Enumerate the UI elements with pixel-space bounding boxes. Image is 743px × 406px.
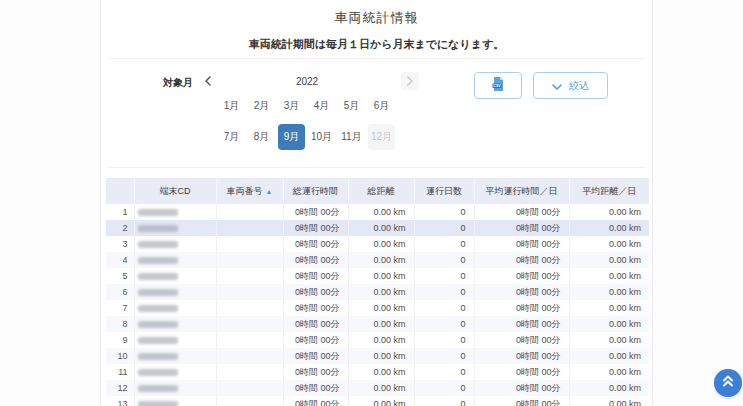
table-row[interactable]: 130時間 00分0.00 km00時間 00分0.00 km (106, 396, 649, 406)
month-button-3月[interactable]: 3月 (278, 93, 305, 119)
page-title: 車両統計情報 (101, 9, 652, 27)
table-cell: 0.00 km (348, 252, 414, 268)
redacted-terminal-cd (138, 289, 178, 296)
table-cell (134, 204, 216, 220)
month-button-6月[interactable]: 6月 (368, 93, 395, 119)
table-cell: 0.00 km (348, 268, 414, 284)
scroll-to-top-button[interactable] (714, 369, 742, 397)
month-button-8月[interactable]: 8月 (248, 124, 275, 150)
csv-file-icon: CSV (491, 76, 505, 96)
table-row[interactable]: 70時間 00分0.00 km00時間 00分0.00 km (106, 300, 649, 316)
table-cell: 0.00 km (569, 284, 649, 300)
table-cell: 0 (414, 380, 474, 396)
table-cell: 0.00 km (348, 236, 414, 252)
table-cell: 0時間 00分 (474, 220, 569, 236)
month-button-5月[interactable]: 5月 (338, 93, 365, 119)
column-header-平均運行時間／日[interactable]: 平均運行時間／日 (474, 178, 569, 204)
table-cell (216, 332, 283, 348)
sort-ascending-icon: ▲ (266, 188, 273, 195)
table-cell (134, 348, 216, 364)
table-cell: 0.00 km (569, 204, 649, 220)
table-cell: 0時間 00分 (283, 300, 348, 316)
redacted-terminal-cd (138, 385, 178, 392)
table-row[interactable]: 10時間 00分0.00 km00時間 00分0.00 km (106, 204, 649, 220)
month-button-10月[interactable]: 10月 (308, 124, 335, 150)
table-cell: 11 (106, 364, 134, 380)
table-cell (216, 364, 283, 380)
month-button-1月[interactable]: 1月 (218, 93, 245, 119)
table-row[interactable]: 110時間 00分0.00 km00時間 00分0.00 km (106, 364, 649, 380)
column-header-総運行時間[interactable]: 総運行時間 (283, 178, 348, 204)
table-cell: 0時間 00分 (283, 332, 348, 348)
table-row[interactable]: 80時間 00分0.00 km00時間 00分0.00 km (106, 316, 649, 332)
table-row[interactable]: 30時間 00分0.00 km00時間 00分0.00 km (106, 236, 649, 252)
table-row[interactable]: 50時間 00分0.00 km00時間 00分0.00 km (106, 268, 649, 284)
table-row[interactable]: 40時間 00分0.00 km00時間 00分0.00 km (106, 252, 649, 268)
column-header-車両番号[interactable]: 車両番号▲ (216, 178, 283, 204)
csv-download-button[interactable]: CSV (474, 72, 522, 99)
table-cell: 0時間 00分 (283, 268, 348, 284)
redacted-terminal-cd (138, 321, 178, 328)
table-cell (134, 220, 216, 236)
table-cell (216, 252, 283, 268)
column-header-平均距離／日[interactable]: 平均距離／日 (569, 178, 649, 204)
table-cell: 0時間 00分 (283, 316, 348, 332)
vehicle-stats-table: 端末CD車両番号▲総運行時間総距離運行日数平均運行時間／日平均距離／日 10時間… (106, 178, 649, 406)
table-cell: 2 (106, 220, 134, 236)
table-cell (216, 268, 283, 284)
table-cell: 0.00 km (569, 380, 649, 396)
table-cell: 0.00 km (348, 332, 414, 348)
month-button-4月[interactable]: 4月 (308, 93, 335, 119)
table-cell: 0時間 00分 (474, 396, 569, 406)
table-row[interactable]: 120時間 00分0.00 km00時間 00分0.00 km (106, 380, 649, 396)
redacted-terminal-cd (138, 241, 178, 248)
table-cell (134, 252, 216, 268)
redacted-terminal-cd (138, 369, 178, 376)
table-cell: 0.00 km (348, 284, 414, 300)
column-header-運行日数[interactable]: 運行日数 (414, 178, 474, 204)
table-cell: 3 (106, 236, 134, 252)
table-cell (216, 300, 283, 316)
table-cell: 0.00 km (348, 300, 414, 316)
table-cell: 0.00 km (569, 332, 649, 348)
vehicle-stats-panel: 車両統計情報 車両統計期間は毎月１日から月末までになります。 対象月 2022 … (100, 0, 653, 406)
target-month-label: 対象月 (163, 76, 193, 90)
table-cell: 7 (106, 300, 134, 316)
table-row[interactable]: 90時間 00分0.00 km00時間 00分0.00 km (106, 332, 649, 348)
table-cell: 0時間 00分 (283, 252, 348, 268)
column-header-総距離[interactable]: 総距離 (348, 178, 414, 204)
table-cell: 0.00 km (348, 396, 414, 406)
table-cell: 0時間 00分 (474, 284, 569, 300)
table-cell (216, 380, 283, 396)
month-grid: 1月2月3月4月5月6月7月8月9月10月11月12月 (218, 93, 395, 150)
table-cell: 0時間 00分 (474, 204, 569, 220)
column-header-端末CD[interactable]: 端末CD (134, 178, 216, 204)
table-cell: 0.00 km (348, 380, 414, 396)
redacted-terminal-cd (138, 257, 178, 264)
redacted-terminal-cd (138, 401, 178, 406)
divider (108, 58, 645, 59)
table-row[interactable]: 20時間 00分0.00 km00時間 00分0.00 km (106, 220, 649, 236)
table-cell: 0 (414, 396, 474, 406)
table-cell: 0.00 km (348, 220, 414, 236)
table-cell: 0 (414, 284, 474, 300)
table-cell: 0.00 km (569, 348, 649, 364)
table-cell: 5 (106, 268, 134, 284)
table-cell (216, 316, 283, 332)
month-button-9月[interactable]: 9月 (278, 124, 305, 150)
redacted-terminal-cd (138, 353, 178, 360)
table-cell: 0時間 00分 (283, 204, 348, 220)
table-cell: 0時間 00分 (474, 380, 569, 396)
table-row[interactable]: 100時間 00分0.00 km00時間 00分0.00 km (106, 348, 649, 364)
table-cell: 8 (106, 316, 134, 332)
table-cell (134, 300, 216, 316)
month-button-2月[interactable]: 2月 (248, 93, 275, 119)
table-row[interactable]: 60時間 00分0.00 km00時間 00分0.00 km (106, 284, 649, 300)
table-cell: 0.00 km (569, 396, 649, 406)
table-cell (134, 284, 216, 300)
month-button-7月[interactable]: 7月 (218, 124, 245, 150)
month-button-11月[interactable]: 11月 (338, 124, 365, 150)
table-cell (216, 348, 283, 364)
filter-button[interactable]: 絞込 (533, 72, 608, 99)
previous-year-button[interactable] (199, 72, 217, 90)
